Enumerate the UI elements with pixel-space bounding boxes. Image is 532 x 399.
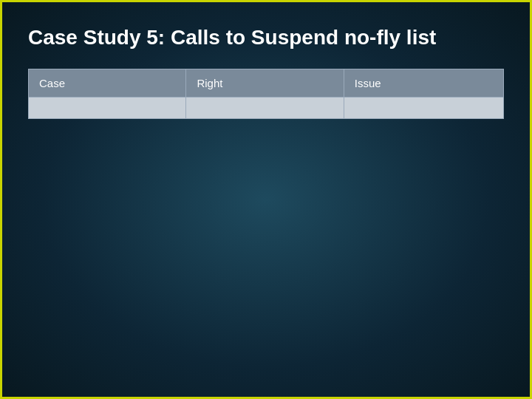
slide-title: Case Study 5: Calls to Suspend no-fly li… (28, 24, 504, 51)
column-header-issue: Issue (344, 69, 503, 98)
cell-case (29, 98, 186, 119)
cell-issue (344, 98, 503, 119)
cell-right (186, 98, 344, 119)
case-study-table: Case Right Issue (28, 69, 504, 119)
slide-container: Case Study 5: Calls to Suspend no-fly li… (0, 0, 532, 399)
table-row (29, 98, 504, 119)
table-header-row: Case Right Issue (29, 69, 504, 98)
column-header-case: Case (29, 69, 186, 98)
column-header-right: Right (186, 69, 344, 98)
table-wrapper: Case Right Issue (28, 69, 504, 119)
